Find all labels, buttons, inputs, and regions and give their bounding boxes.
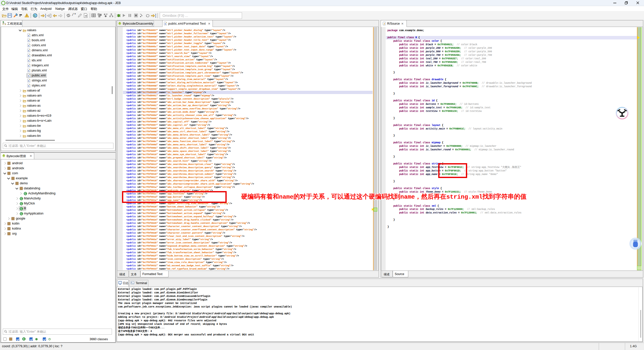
svg-text:X: X bbox=[28, 34, 30, 37]
svg-text:X: X bbox=[28, 55, 30, 57]
svg-text:X: X bbox=[28, 65, 30, 67]
svg-text:C: C bbox=[20, 197, 22, 200]
svg-text:X: X bbox=[28, 85, 30, 87]
svg-text:X: X bbox=[28, 39, 30, 42]
svg-text:X: X bbox=[165, 23, 166, 25]
svg-text:J: J bbox=[384, 22, 385, 25]
svg-text:C: C bbox=[20, 207, 22, 210]
svg-text:C: C bbox=[20, 212, 22, 215]
svg-text:X: X bbox=[28, 60, 30, 62]
svg-text:X: X bbox=[28, 75, 30, 77]
svg-text:X: X bbox=[28, 80, 30, 82]
svg-text:X: X bbox=[28, 45, 30, 47]
svg-text:C: C bbox=[24, 192, 26, 195]
svg-text:X: X bbox=[28, 70, 30, 72]
svg-text:X: X bbox=[28, 50, 30, 52]
svg-text:C: C bbox=[20, 202, 22, 205]
svg-text:C: C bbox=[23, 338, 25, 340]
